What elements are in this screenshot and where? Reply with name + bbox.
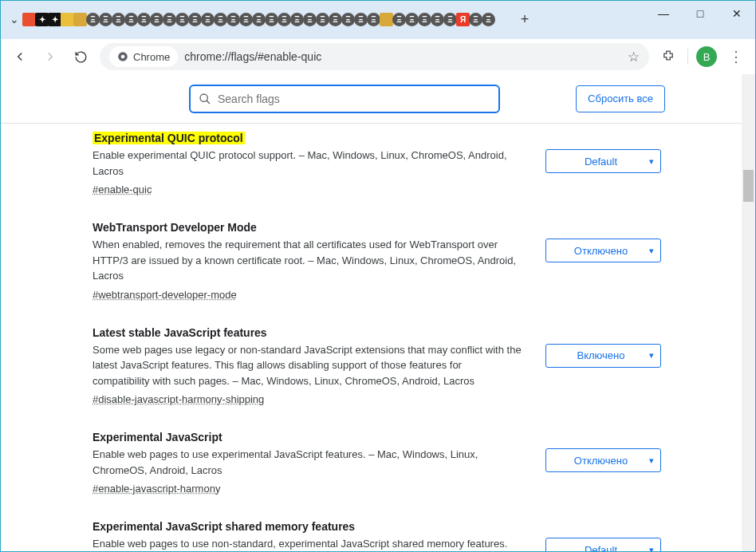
tab-favicon[interactable]: Ξ: [124, 13, 138, 26]
search-flags-box[interactable]: [189, 85, 500, 113]
bookmark-star-icon[interactable]: ☆: [628, 49, 640, 65]
window-titlebar: ⌄ ✦ ✦ Ξ Ξ Ξ Ξ Ξ Ξ Ξ Ξ Ξ Ξ Ξ Ξ Ξ Ξ Ξ Ξ Ξ …: [1, 1, 755, 39]
chevron-down-icon: ▾: [649, 545, 654, 552]
flag-dropdown-value: Default: [553, 156, 649, 168]
page-scrollbar[interactable]: [742, 74, 755, 551]
chevron-down-icon: ▾: [649, 156, 654, 167]
forward-button: [39, 45, 61, 68]
flag-text: Experimental JavaScript shared memory fe…: [93, 520, 522, 551]
tab-overflow-chevron[interactable]: ⌄: [6, 13, 23, 26]
browser-menu-button[interactable]: ⋮: [725, 45, 747, 68]
flag-title: Latest stable JavaScript features: [93, 326, 267, 339]
tab-favicon[interactable]: Ξ: [112, 13, 125, 26]
new-tab-button[interactable]: +: [513, 11, 537, 28]
extensions-button[interactable]: [657, 45, 679, 68]
tab-favicon[interactable]: Ξ: [252, 13, 266, 26]
tab-favicon[interactable]: Ξ: [188, 13, 202, 26]
tab-strip: ⌄ ✦ ✦ Ξ Ξ Ξ Ξ Ξ Ξ Ξ Ξ Ξ Ξ Ξ Ξ Ξ Ξ Ξ Ξ Ξ …: [6, 6, 537, 33]
flag-text: Experimental QUIC protocolEnable experim…: [93, 132, 522, 195]
tab-favicon[interactable]: Ξ: [86, 13, 100, 26]
flag-control: Default▾: [545, 520, 661, 551]
tab-favicon[interactable]: Ξ: [329, 13, 342, 26]
flags-header: Сбросить все: [1, 74, 755, 124]
flag-dropdown[interactable]: Включено▾: [545, 344, 661, 368]
tab-favicon[interactable]: Ξ: [354, 13, 368, 26]
tab-favicon[interactable]: Ξ: [175, 13, 189, 26]
tab-favicon[interactable]: [380, 13, 393, 26]
tab-favicon[interactable]: Ξ: [392, 13, 406, 26]
tab-favicon[interactable]: Ξ: [303, 13, 317, 26]
address-bar[interactable]: Chrome chrome://flags/#enable-quic ☆: [100, 43, 649, 70]
flag-description: Enable web pages to use non-standard, ex…: [93, 536, 522, 551]
flag-row: Experimental JavaScript shared memory fe…: [93, 520, 661, 551]
window-controls: — □ ✕: [645, 1, 755, 26]
flag-dropdown[interactable]: Отключено▾: [545, 448, 661, 472]
tab-favicon[interactable]: [22, 13, 36, 26]
flag-dropdown[interactable]: Default▾: [545, 538, 661, 551]
flag-anchor-link[interactable]: #enable-quic: [93, 183, 152, 195]
tab-favicon[interactable]: Ξ: [265, 13, 278, 26]
tab-favicon[interactable]: Ξ: [226, 13, 240, 26]
tab-favicon[interactable]: Ξ: [316, 13, 329, 26]
flag-anchor-link[interactable]: #disable-javascript-harmony-shipping: [93, 393, 264, 405]
tab-favicons: ✦ ✦ Ξ Ξ Ξ Ξ Ξ Ξ Ξ Ξ Ξ Ξ Ξ Ξ Ξ Ξ Ξ Ξ Ξ Ξ …: [23, 13, 495, 26]
tab-favicon[interactable]: Ξ: [150, 13, 163, 26]
flag-control: Включено▾: [545, 326, 661, 406]
flag-text: WebTransport Developer ModeWhen enabled,…: [93, 221, 522, 301]
url-text: chrome://flags/#enable-quic: [184, 50, 621, 63]
tab-favicon[interactable]: Ξ: [239, 13, 253, 26]
tab-favicon[interactable]: Я: [456, 13, 470, 26]
search-flags-input[interactable]: [218, 93, 490, 105]
tab-favicon[interactable]: Ξ: [418, 13, 431, 26]
flag-anchor-link[interactable]: #webtransport-developer-mode: [93, 289, 237, 301]
tab-favicon[interactable]: Ξ: [443, 13, 457, 26]
tab-favicon[interactable]: Ξ: [431, 13, 444, 26]
tab-favicon[interactable]: Ξ: [99, 13, 112, 26]
tab-favicon[interactable]: Ξ: [278, 13, 291, 26]
chevron-down-icon: ▾: [649, 350, 654, 361]
back-button[interactable]: [9, 45, 31, 68]
window-close-button[interactable]: ✕: [719, 1, 755, 26]
reload-button[interactable]: [69, 45, 92, 68]
flag-title: Experimental QUIC protocol: [93, 132, 245, 144]
flag-dropdown-value: Отключено: [553, 245, 649, 257]
window-minimize-button[interactable]: —: [645, 1, 682, 26]
chevron-down-icon: ▾: [649, 246, 654, 256]
tab-favicon[interactable]: Ξ: [290, 13, 304, 26]
flag-dropdown-value: Отключено: [553, 455, 649, 467]
site-chip-label: Chrome: [133, 51, 170, 63]
tab-favicon[interactable]: Ξ: [367, 13, 380, 26]
flag-row: Experimental JavaScriptEnable web pages …: [93, 431, 661, 495]
tab-favicon[interactable]: Ξ: [214, 13, 227, 26]
svg-point-1: [121, 55, 125, 59]
browser-toolbar: Chrome chrome://flags/#enable-quic ☆ В ⋮: [1, 39, 755, 74]
reset-all-button[interactable]: Сбросить все: [576, 85, 665, 112]
tab-favicon[interactable]: Ξ: [405, 13, 419, 26]
tab-favicon[interactable]: Ξ: [201, 13, 215, 26]
flags-list: Experimental QUIC protocolEnable experim…: [1, 124, 755, 551]
tab-favicon[interactable]: [73, 13, 87, 26]
tab-favicon[interactable]: [61, 13, 74, 26]
window-maximize-button[interactable]: □: [682, 1, 719, 26]
tab-favicon[interactable]: ✦: [35, 13, 49, 26]
flag-description: When enabled, removes the requirement th…: [93, 237, 522, 284]
flag-dropdown[interactable]: Отключено▾: [545, 239, 661, 262]
page: Сбросить все Experimental QUIC protocolE…: [1, 74, 755, 551]
flag-text: Latest stable JavaScript featuresSome we…: [93, 326, 522, 406]
search-icon: [199, 93, 211, 105]
tab-favicon[interactable]: ✦: [48, 13, 61, 26]
flag-description: Enable experimental QUIC protocol suppor…: [93, 148, 522, 179]
chrome-icon: [117, 51, 128, 62]
tab-favicon[interactable]: Ξ: [341, 13, 355, 26]
flag-anchor-link[interactable]: #enable-javascript-harmony: [93, 483, 220, 495]
toolbar-separator: [687, 49, 688, 65]
tab-favicon[interactable]: Ξ: [469, 13, 482, 26]
flag-dropdown[interactable]: Default▾: [545, 149, 661, 173]
flag-row: Experimental QUIC protocolEnable experim…: [93, 132, 661, 195]
tab-favicon[interactable]: Ξ: [163, 13, 176, 26]
site-chip[interactable]: Chrome: [109, 46, 178, 67]
tab-favicon[interactable]: Ξ: [482, 13, 495, 26]
scrollbar-thumb[interactable]: [743, 170, 754, 202]
tab-favicon[interactable]: Ξ: [137, 13, 151, 26]
profile-avatar[interactable]: В: [696, 46, 717, 67]
